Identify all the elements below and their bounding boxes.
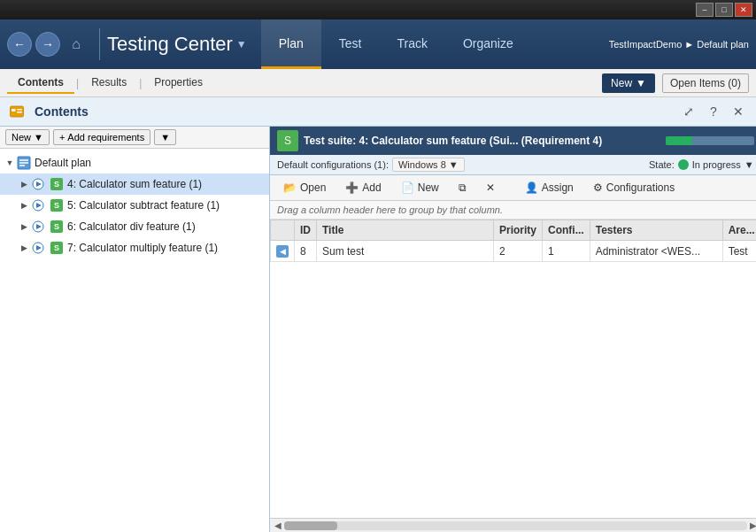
left-new-button[interactable]: New ▼ [5, 129, 50, 145]
col-title[interactable]: Title [317, 220, 494, 241]
suite-header-title: Test suite: 4: Calculator sum feature (S… [304, 135, 660, 147]
action-toolbar: 📂 Open ➕ Add 📄 New ⧉ ✕ [270, 175, 756, 201]
new-btn-label: New [611, 77, 632, 89]
tree-expand-suite4[interactable]: ▶ [18, 178, 30, 190]
nav-forward-button[interactable]: → [35, 32, 60, 57]
username: TestImpactDemo [609, 39, 683, 50]
tab-sep-2: | [139, 77, 142, 89]
nav-tabs: Plan Test Track Organize [261, 19, 609, 69]
tree-expand-suite5[interactable]: ▶ [18, 199, 30, 212]
h-scroll-thumb[interactable] [284, 521, 337, 530]
open-label: Open [300, 181, 326, 194]
add-button[interactable]: ➕ Add [337, 178, 389, 197]
suite-icon-6: S [49, 219, 65, 235]
group-header-bar: Drag a column header here to group by th… [270, 201, 756, 220]
tab-results[interactable]: Results [81, 73, 137, 94]
open-button[interactable]: 📂 Open [275, 178, 334, 197]
nav-back-button[interactable]: ← [7, 32, 32, 57]
state-label: State: [649, 159, 675, 170]
help-icon[interactable]: ? [705, 103, 722, 120]
row-title: Sum test [317, 241, 494, 262]
tree-expand-suite6[interactable]: ▶ [18, 220, 30, 233]
tree-item-suite-6[interactable]: ▶ S 6: Calculator div feature (1) [0, 216, 269, 237]
row-config: 1 [543, 241, 590, 262]
tree-expand-suite7[interactable]: ▶ [18, 242, 30, 254]
panel-title: Contents [35, 104, 673, 119]
tree-item-default-plan[interactable]: ▼ Default plan [0, 152, 269, 173]
user-separator: ► [684, 39, 697, 50]
app-title-dropdown[interactable]: ▼ [236, 38, 247, 50]
config-label: Configurations [606, 181, 675, 194]
col-testers[interactable]: Testers [590, 220, 722, 241]
assign-button[interactable]: 👤 Assign [517, 178, 582, 197]
config-value[interactable]: Windows 8 ▼ [392, 158, 465, 172]
scroll-left-arrow[interactable]: ◀ [272, 520, 284, 532]
tree-item-suite-5[interactable]: ▶ S 5: Calculator subtract feature (1) [0, 195, 269, 216]
tree-item-suite-7[interactable]: ▶ S 7: Calculator multiply feature (1) [0, 237, 269, 258]
delete-button[interactable]: ✕ [478, 178, 503, 197]
tab-sep-1: | [76, 77, 79, 89]
open-items-button[interactable]: Open Items (0) [662, 73, 749, 93]
tree-label-suite-5: 5: Calculator subtract feature (1) [67, 199, 220, 212]
tree-label-default-plan: Default plan [35, 157, 91, 169]
grid-container[interactable]: ID Title Priority Confi... Testers Are..… [270, 220, 756, 518]
new-test-label: New [418, 181, 439, 194]
tab-track[interactable]: Track [379, 19, 444, 69]
new-dropdown-button[interactable]: New ▼ [602, 73, 655, 93]
scroll-right-arrow[interactable]: ▶ [747, 520, 756, 532]
play-icon-suite6 [30, 219, 46, 235]
group-header-text: Drag a column header here to group by th… [277, 204, 503, 215]
close-panel-icon[interactable]: ✕ [729, 103, 747, 120]
window-controls: – □ ✕ [696, 3, 752, 17]
configs-label: Default configurations (1): [277, 159, 389, 170]
row-indicator-cell: ◀ [271, 241, 295, 262]
add-requirements-button[interactable]: + Add requirements [53, 129, 150, 145]
suite-header-icon: S [277, 130, 298, 151]
col-config[interactable]: Confi... [543, 220, 590, 241]
header-divider [99, 28, 100, 60]
tab-plan[interactable]: Plan [261, 19, 321, 69]
col-area[interactable]: Are... [722, 220, 756, 241]
suite-icon-5: S [49, 197, 65, 213]
tab-organize[interactable]: Organize [445, 19, 531, 69]
tab-properties[interactable]: Properties [143, 73, 213, 94]
main-content: Contents ⤢ ? ✕ New ▼ + Add requirements … [0, 97, 756, 532]
filter-button[interactable]: ▼ [154, 129, 176, 145]
assign-icon: 👤 [525, 181, 538, 194]
panel-header: Contents ⤢ ? ✕ [0, 97, 756, 127]
config-icon: ⚙ [593, 181, 603, 194]
state-badge-icon [678, 159, 689, 170]
left-toolbar: New ▼ + Add requirements ▼ [0, 127, 269, 149]
tab-test[interactable]: Test [321, 19, 380, 69]
tree-item-suite-4[interactable]: ▶ S 4: Calculator sum feature (1) [0, 173, 269, 195]
secondary-toolbar: Contents | Results | Properties New ▼ Op… [0, 69, 756, 97]
tree-expand-plan[interactable]: ▼ [4, 157, 16, 169]
state-value: In progress [692, 159, 741, 170]
copy-button[interactable]: ⧉ [451, 178, 474, 197]
col-priority[interactable]: Priority [494, 220, 543, 241]
col-indicator[interactable] [271, 220, 295, 241]
table-row[interactable]: ◀ 8 Sum test 2 1 Administrator <WES... T… [271, 241, 757, 262]
h-scroll-track[interactable] [284, 521, 747, 530]
state-dropdown-arrow[interactable]: ▼ [744, 159, 754, 170]
tree-label-suite-4: 4: Calculator sum feature (1) [67, 178, 202, 190]
new-test-icon: 📄 [401, 181, 414, 194]
h-scrollbar[interactable]: ◀ ▶ [270, 518, 756, 532]
add-req-icon: + [59, 132, 65, 143]
configurations-button[interactable]: ⚙ Configurations [585, 178, 683, 197]
expand-icon[interactable]: ⤢ [680, 103, 698, 120]
row-priority: 2 [494, 241, 543, 262]
close-button[interactable]: ✕ [735, 3, 752, 17]
minimize-button[interactable]: – [696, 3, 714, 17]
row-testers: Administrator <WES... [590, 241, 722, 262]
maximize-button[interactable]: □ [715, 3, 733, 17]
col-id[interactable]: ID [295, 220, 317, 241]
new-btn-arrow: ▼ [636, 77, 646, 89]
title-bar: – □ ✕ [0, 0, 756, 19]
nav-home-button[interactable]: ⌂ [64, 32, 89, 57]
svg-rect-1 [12, 109, 16, 112]
new-test-button[interactable]: 📄 New [393, 178, 447, 197]
left-new-arrow: ▼ [34, 132, 43, 143]
copy-label: ⧉ [459, 181, 467, 194]
tab-contents[interactable]: Contents [7, 73, 74, 94]
